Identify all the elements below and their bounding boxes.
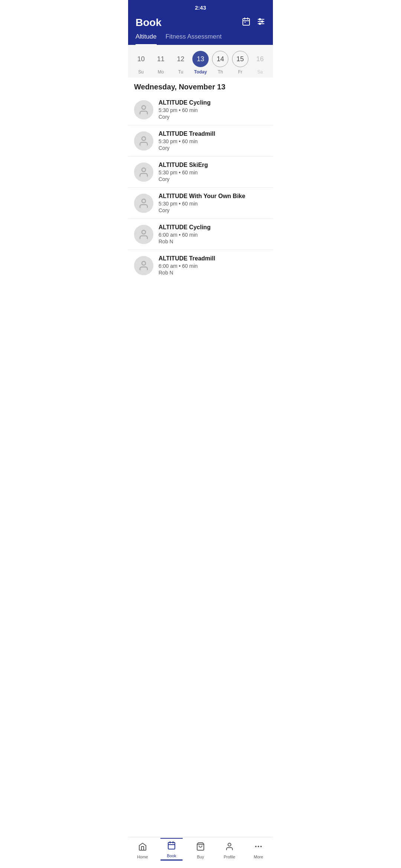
class-avatar (134, 131, 153, 151)
person-icon (138, 229, 149, 240)
person-icon (138, 104, 149, 115)
day-label-15: Fr (238, 69, 242, 75)
calendar-strip: 10Su11Mo12Tu13Today14Th15Fr16Sa (128, 45, 273, 78)
calendar-day-14[interactable]: 14Th (211, 51, 229, 75)
category-tabs: Altitude Fitness Assessment (128, 29, 273, 45)
calendar-day-15[interactable]: 15Fr (231, 51, 249, 75)
svg-point-8 (259, 19, 261, 20)
person-icon (138, 260, 149, 271)
svg-rect-0 (243, 19, 250, 25)
class-time: 5:30 pm • 60 min (159, 201, 267, 207)
day-number-10: 10 (133, 51, 149, 67)
class-info: ALTITUDE Treadmill5:30 pm • 60 minCory (159, 131, 267, 151)
class-info: ALTITUDE Cycling5:30 pm • 60 minCory (159, 99, 267, 120)
class-instructor: Cory (159, 114, 267, 120)
person-icon (138, 167, 149, 178)
day-label-12: Tu (178, 69, 183, 75)
class-list: ALTITUDE Cycling5:30 pm • 60 minCory ALT… (128, 94, 273, 277)
class-name: ALTITUDE Cycling (159, 99, 267, 106)
day-label-14: Th (218, 69, 223, 75)
header-actions (242, 17, 265, 28)
day-number-11: 11 (153, 51, 169, 67)
svg-point-15 (142, 230, 146, 234)
calendar-day-13[interactable]: 13Today (192, 51, 209, 75)
class-avatar (134, 100, 153, 119)
filter-icon[interactable] (257, 17, 265, 28)
class-name: ALTITUDE Treadmill (159, 131, 267, 137)
class-time: 6:00 am • 60 min (159, 263, 267, 269)
class-avatar (134, 225, 153, 244)
svg-point-14 (142, 199, 146, 203)
class-name: ALTITUDE Treadmill (159, 255, 267, 262)
day-number-12: 12 (173, 51, 189, 67)
class-list-item[interactable]: ALTITUDE SkiErg5:30 pm • 60 minCory (128, 157, 273, 188)
app-header: Book (128, 14, 273, 29)
class-instructor: Rob N (159, 270, 267, 276)
person-icon (138, 135, 149, 147)
class-time: 5:30 pm • 60 min (159, 107, 267, 113)
svg-point-13 (142, 168, 146, 171)
calendar-day-11[interactable]: 11Mo (152, 51, 170, 75)
class-time: 5:30 pm • 60 min (159, 170, 267, 175)
class-time: 5:30 pm • 60 min (159, 138, 267, 144)
selected-date-heading: Wednesday, November 13 (128, 78, 273, 94)
class-list-item[interactable]: ALTITUDE Cycling6:00 am • 60 minRob N (128, 219, 273, 250)
class-name: ALTITUDE Cycling (159, 224, 267, 231)
svg-point-12 (142, 137, 146, 140)
page-title: Book (136, 17, 162, 29)
svg-point-10 (259, 23, 261, 24)
calendar-day-10[interactable]: 10Su (132, 51, 150, 75)
class-list-item[interactable]: ALTITUDE Cycling5:30 pm • 60 minCory (128, 94, 273, 125)
class-time: 6:00 am • 60 min (159, 232, 267, 238)
day-number-13: 13 (192, 51, 209, 67)
class-list-item[interactable]: ALTITUDE Treadmill6:00 am • 60 minRob N (128, 250, 273, 277)
class-name: ALTITUDE With Your Own Bike (159, 193, 267, 200)
day-label-11: Mo (158, 69, 164, 75)
svg-point-9 (261, 21, 263, 22)
day-number-15: 15 (232, 51, 248, 67)
calendar-icon[interactable] (242, 17, 251, 28)
class-instructor: Cory (159, 176, 267, 182)
day-label-13: Today (194, 69, 207, 75)
class-name: ALTITUDE SkiErg (159, 162, 267, 168)
class-avatar (134, 194, 153, 213)
class-instructor: Rob N (159, 239, 267, 244)
class-info: ALTITUDE With Your Own Bike5:30 pm • 60 … (159, 193, 267, 213)
day-label-16: Sa (257, 69, 263, 75)
day-number-16: 16 (252, 51, 268, 67)
day-number-14: 14 (212, 51, 228, 67)
status-time: 2:43 (195, 4, 206, 11)
day-label-10: Su (138, 69, 144, 75)
class-avatar (134, 256, 153, 275)
calendar-day-12[interactable]: 12Tu (172, 51, 190, 75)
class-instructor: Cory (159, 145, 267, 151)
class-list-item[interactable]: ALTITUDE With Your Own Bike5:30 pm • 60 … (128, 188, 273, 219)
tab-fitness-assessment[interactable]: Fitness Assessment (166, 33, 222, 45)
svg-point-11 (142, 105, 146, 109)
svg-point-16 (142, 261, 146, 265)
class-avatar (134, 162, 153, 182)
class-info: ALTITUDE Cycling6:00 am • 60 minRob N (159, 224, 267, 244)
tab-altitude[interactable]: Altitude (136, 33, 157, 45)
class-info: ALTITUDE SkiErg5:30 pm • 60 minCory (159, 162, 267, 182)
status-bar: 2:43 (128, 0, 273, 14)
person-icon (138, 198, 149, 209)
class-list-item[interactable]: ALTITUDE Treadmill5:30 pm • 60 minCory (128, 125, 273, 157)
class-info: ALTITUDE Treadmill6:00 am • 60 minRob N (159, 255, 267, 276)
class-instructor: Cory (159, 207, 267, 213)
calendar-day-16[interactable]: 16Sa (251, 51, 269, 75)
